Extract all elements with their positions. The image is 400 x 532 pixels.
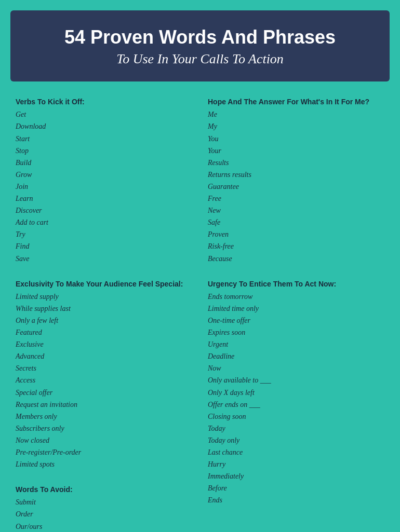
section-urgency: Urgency To Entice Them To Act Now: Ends … — [208, 279, 384, 507]
section-hope-items: MeMyYouYourResultsReturns resultsGuarant… — [208, 108, 384, 264]
section-hope-title: Hope And The Answer For What's In It For… — [208, 97, 384, 106]
section-hope: Hope And The Answer For What's In It For… — [208, 97, 384, 264]
section-avoid: Words To Avoid: SubmitOrderOur/ours — [16, 485, 192, 532]
section-verbs: Verbs To Kick it Off: GetDownloadStartSt… — [16, 97, 192, 264]
right-column: Hope And The Answer For What's In It For… — [208, 97, 384, 532]
section-verbs-title: Verbs To Kick it Off: — [16, 97, 192, 106]
section-exclusivity-title: Exclusivity To Make Your Audience Feel S… — [16, 279, 192, 289]
section-exclusivity-items: Limited supplyWhile supplies lastOnly a … — [16, 291, 192, 470]
section-urgency-items: Ends tomorrowLimited time onlyOne-time o… — [208, 291, 384, 507]
header-box: 54 Proven Words And Phrases To Use In Yo… — [10, 10, 390, 81]
section-avoid-items: SubmitOrderOur/ours — [16, 496, 192, 532]
content-area: Verbs To Kick it Off: GetDownloadStartSt… — [10, 97, 390, 532]
section-verbs-items: GetDownloadStartStopBuildGrowJoinLearnDi… — [16, 108, 192, 264]
left-column: Verbs To Kick it Off: GetDownloadStartSt… — [16, 97, 192, 532]
header-subtitle: To Use In Your Calls To Action — [31, 51, 369, 67]
section-exclusivity: Exclusivity To Make Your Audience Feel S… — [16, 279, 192, 471]
header-title: 54 Proven Words And Phrases — [31, 26, 369, 48]
page-container: 54 Proven Words And Phrases To Use In Yo… — [0, 0, 400, 532]
section-avoid-title: Words To Avoid: — [16, 485, 192, 494]
section-urgency-title: Urgency To Entice Them To Act Now: — [208, 279, 384, 289]
